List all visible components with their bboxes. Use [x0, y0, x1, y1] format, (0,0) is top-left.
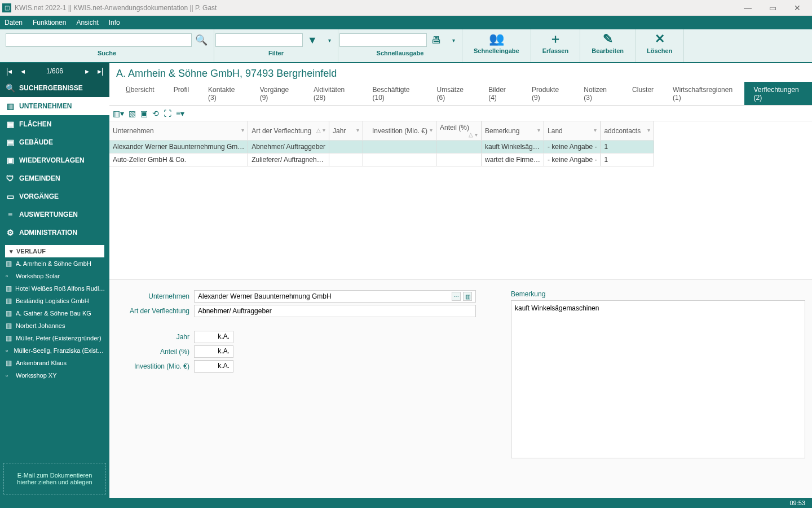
lookup-icon[interactable]: ⋯ — [452, 292, 461, 301]
expand-icon[interactable]: ⛶ — [164, 109, 171, 118]
tab-uebersicht[interactable]: Übersicht — [116, 82, 164, 105]
filter-icon[interactable]: ▾ — [241, 127, 244, 133]
filter-dropdown-icon[interactable]: ▾ — [322, 33, 337, 47]
history-item[interactable]: ▥Müller, Peter (Existenzgründer) — [0, 332, 109, 344]
tab-profil[interactable]: Profil — [164, 82, 198, 105]
nav-first-icon[interactable]: |◂ — [3, 67, 15, 76]
label-investition: Investition (Mio. €) — [116, 362, 189, 370]
menu-info[interactable]: Info — [109, 19, 120, 27]
table-row[interactable]: Alexander Werner Bauunternehmung Gm…Abne… — [109, 141, 654, 154]
export-icon[interactable]: ▧ — [129, 109, 136, 118]
tab-wirtschaftsregionen[interactable]: Wirtschaftsregionen (1) — [663, 82, 744, 105]
history-item[interactable]: ▥A. Amrhein & Söhne GmbH — [0, 257, 109, 270]
company-icon: ▥ — [6, 322, 12, 330]
field-anteil[interactable]: k.A. — [194, 345, 233, 358]
window-title: KWIS.net 2022-1 || KWIS.net-Anwendungsdo… — [15, 4, 735, 12]
tab-bilder[interactable]: Bilder (4) — [479, 82, 522, 105]
app-icon: ◫ — [2, 3, 11, 12]
search-input[interactable] — [6, 33, 192, 47]
history-item[interactable]: ▥Hotel Weißes Roß Alfons Rudl… — [0, 282, 109, 295]
minimize-button[interactable]: — — [735, 0, 760, 16]
refresh-icon[interactable]: ⟲ — [152, 109, 159, 118]
sidebar-item-gemeinden[interactable]: 🛡GEMEINDEN — [0, 169, 109, 187]
tab-verflechtungen[interactable]: Verflechtungen (2) — [744, 82, 812, 105]
sidebar-item-suchergebnisse[interactable]: 🔍SUCHERGEBNISSE — [0, 79, 109, 97]
col-art[interactable]: Art der Verflechtung△ ▾ — [248, 121, 329, 141]
quickinput-icon[interactable]: 👥 — [489, 32, 504, 46]
close-button[interactable]: ✕ — [785, 0, 810, 16]
sidebar-item-administration[interactable]: ⚙ADMINISTRATION — [0, 224, 109, 242]
menu-daten[interactable]: Daten — [5, 19, 23, 27]
erfassen-label: Erfassen — [542, 47, 568, 54]
tab-cluster[interactable]: Cluster — [623, 82, 663, 105]
field-art[interactable]: Abnehmer/ Auftraggeber — [194, 305, 476, 317]
history-item[interactable]: ▫Müller-Seelig, Franziska (Exist… — [0, 344, 109, 357]
filter-icon[interactable]: ▼ — [305, 33, 320, 47]
col-land[interactable]: Land▾ — [544, 121, 601, 141]
bearbeiten-label: Bearbeiten — [592, 47, 624, 54]
tab-vorgaenge[interactable]: Vorgänge (9) — [250, 82, 304, 105]
col-investition[interactable]: Investition (Mio. €)▾ — [363, 121, 436, 141]
sidebar-item-unternehmen[interactable]: ▥UNTERNEHMEN — [0, 97, 109, 115]
add-icon[interactable]: ＋ — [548, 32, 563, 46]
menu-ansicht[interactable]: Ansicht — [76, 19, 98, 27]
tab-produkte[interactable]: Produkte (9) — [522, 82, 574, 105]
field-bemerkung[interactable] — [511, 300, 805, 458]
search-icon[interactable]: 🔍 — [194, 33, 209, 47]
history-item[interactable]: ▥Beständig Logistics GmbH — [0, 295, 109, 307]
filter-icon[interactable]: ▾ — [647, 127, 650, 133]
sidebar-item-wiedervorlagen[interactable]: ▣WIEDERVORLAGEN — [0, 151, 109, 169]
filter-icon[interactable]: ▾ — [594, 127, 597, 133]
col-anteil[interactable]: Anteil (%)△ ▾ — [436, 121, 482, 141]
maximize-button[interactable]: ▭ — [760, 0, 785, 16]
field-unternehmen[interactable]: Alexander Werner Bauunternehmung GmbH ⋯▥ — [194, 290, 476, 303]
goto-icon[interactable]: ▥ — [463, 292, 472, 301]
verlauf-header[interactable]: ▾VERLAUF — [5, 245, 104, 257]
col-addcontacts[interactable]: addcontacts▾ — [601, 121, 654, 141]
print-dropdown-icon[interactable]: ▾ — [446, 33, 461, 47]
sidebar-item-gebaeude[interactable]: ▤GEBÄUDE — [0, 133, 109, 151]
field-jahr[interactable]: k.A. — [194, 331, 233, 343]
tab-umsaetze[interactable]: Umsätze (6) — [427, 82, 479, 105]
quickoutput-input[interactable] — [339, 33, 427, 47]
history-item[interactable]: ▫Workshop Solar — [0, 270, 109, 282]
columns-icon[interactable]: ▥▾ — [113, 109, 124, 118]
filter-icon[interactable]: ▾ — [356, 127, 359, 133]
list-icon[interactable]: ≡▾ — [176, 109, 184, 118]
header-row: Unternehmen▾ Art der Verflechtung△ ▾ Jah… — [109, 121, 654, 141]
sidebar-item-vorgaenge[interactable]: ▭VORGÄNGE — [0, 187, 109, 205]
tab-kontakte[interactable]: Kontakte (3) — [198, 82, 250, 105]
tab-notizen[interactable]: Notizen (3) — [574, 82, 623, 105]
company-icon: ▥ — [6, 260, 12, 268]
email-drop-zone[interactable]: E-Mail zum Dokumentieren hierher ziehen … — [3, 463, 106, 494]
table-row[interactable]: Auto-Zeller GmbH & Co.Zulieferer/ Auftra… — [109, 154, 654, 167]
print-icon[interactable]: 🖶 — [429, 33, 444, 47]
history-item[interactable]: ▥Norbert Johannes — [0, 319, 109, 332]
sort-icon[interactable]: △ ▾ — [469, 132, 478, 138]
history-item[interactable]: ▥Ankenbrand Klaus — [0, 357, 109, 369]
buildings-icon: ▤ — [6, 138, 15, 147]
edit-icon[interactable]: ✎ — [601, 32, 615, 46]
col-jahr[interactable]: Jahr▾ — [329, 121, 363, 141]
field-investition[interactable]: k.A. — [194, 360, 233, 373]
nav-last-icon[interactable]: ▸| — [95, 67, 106, 76]
detail-panel: Unternehmen Alexander Werner Bauunterneh… — [109, 279, 812, 498]
delete-icon[interactable]: ✕ — [652, 32, 667, 46]
filter-input[interactable] — [215, 33, 303, 47]
tab-aktivitaeten[interactable]: Aktivitäten (28) — [304, 82, 363, 105]
nav-next-icon[interactable]: ▸ — [81, 67, 92, 76]
history-item[interactable]: ▫Worksshop XY — [0, 369, 109, 382]
filter-icon[interactable]: ▾ — [537, 127, 540, 133]
nav-prev-icon[interactable]: ◂ — [17, 67, 28, 76]
col-bemerkung[interactable]: Bemerkung▾ — [482, 121, 544, 141]
history-item[interactable]: ▥A. Gather & Söhne Bau KG — [0, 307, 109, 319]
details-icon[interactable]: ▣ — [140, 109, 148, 118]
tab-beschaeftigte[interactable]: Beschäftigte (10) — [363, 82, 427, 105]
col-unternehmen[interactable]: Unternehmen▾ — [109, 121, 248, 141]
filter-icon[interactable]: ▾ — [430, 127, 433, 133]
sidebar-item-auswertungen[interactable]: ≡AUSWERTUNGEN — [0, 205, 109, 224]
sort-icon[interactable]: △ ▾ — [316, 127, 325, 133]
menu-funktionen[interactable]: Funktionen — [33, 19, 66, 27]
main-area: A. Amrhein & Söhne GmbH, 97493 Bergrhein… — [109, 63, 812, 498]
sidebar-item-flaechen[interactable]: ▦FLÄCHEN — [0, 115, 109, 133]
